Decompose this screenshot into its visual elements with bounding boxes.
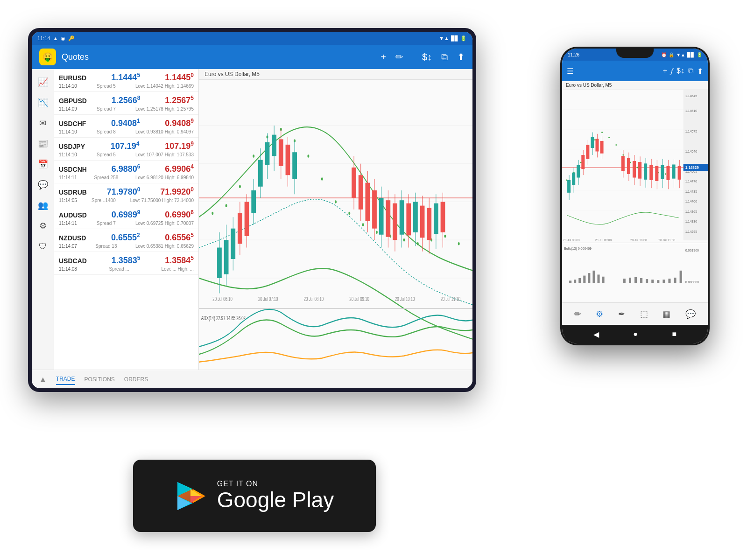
phone-copy-icon[interactable]: ⧉ [688, 67, 693, 75]
phone-chat-icon[interactable]: 💬 [685, 309, 696, 319]
svg-point-15 [321, 177, 323, 181]
quote-item[interactable]: USDCNH 6.98806 6.99064 11:14:11 Spread 2… [54, 161, 198, 183]
quote-lowhigh: Low: 1.25178 High: 1.25795 [135, 106, 194, 112]
app-logo: 🤑 [39, 49, 56, 65]
phone-grid-icon[interactable]: ▦ [662, 309, 670, 319]
sidebar-item-chart[interactable]: 📈 [34, 73, 52, 91]
svg-rect-73 [427, 208, 431, 240]
tab-trade[interactable]: TRADE [56, 374, 75, 385]
quote-time: 11:14:10 [59, 152, 77, 157]
sidebar-item-news[interactable]: 📰 [34, 134, 52, 153]
quote-spread: Spread ... [109, 266, 129, 272]
svg-rect-165 [569, 280, 571, 283]
svg-text:1.14295: 1.14295 [685, 230, 697, 234]
svg-text:20 Jul 06:10: 20 Jul 06:10 [212, 295, 233, 302]
nav-actions: + ✏ $↕ ⧉ ⬆ [381, 51, 465, 63]
quote-symbol: NZDUSD [59, 234, 86, 242]
phone-lock-icon: 🔒 [669, 52, 674, 57]
quote-bid: 1.25668 [112, 95, 141, 105]
phone-home-btn[interactable]: ● [633, 330, 638, 338]
quote-time: 11:14:11 [59, 221, 77, 226]
svg-text:1.14435: 1.14435 [685, 189, 697, 194]
svg-point-14 [307, 154, 309, 158]
phone-notch [616, 47, 654, 58]
phone-menu-icon[interactable]: ☰ [567, 67, 573, 76]
quote-spread: Spread 7 [97, 106, 116, 112]
svg-rect-39 [258, 160, 263, 187]
svg-text:0.000000: 0.000000 [685, 280, 699, 284]
quote-item[interactable]: NZDUSD 0.65552 0.65565 11:14:07 Spread 1… [54, 229, 198, 252]
status-time: 11:14 [37, 35, 50, 41]
quote-bid: 6.98806 [112, 163, 141, 174]
phone-indicator-icon[interactable]: ⚙ [596, 309, 603, 319]
quote-item[interactable]: USDCHF 0.94081 0.94089 11:14:10 Spread 8… [54, 115, 198, 138]
copy-icon[interactable]: ⧉ [441, 52, 448, 63]
quote-spread: Spread 5 [97, 84, 116, 89]
phone-back-btn[interactable]: ◀ [593, 330, 599, 339]
quote-lowhigh: Low: 0.93810 High: 0.94097 [135, 129, 194, 134]
svg-rect-71 [420, 206, 425, 238]
quote-item[interactable]: USDJPY 107.194 107.199 11:14:10 Spread 5… [54, 138, 198, 161]
add-icon[interactable]: + [381, 52, 386, 63]
chart-title: Euro vs US Dollar, M5 [199, 69, 472, 80]
quote-item[interactable]: AUDUSD 0.69899 0.69906 11:14:11 Spread 7… [54, 206, 198, 229]
phone-dollar-icon[interactable]: $↕ [677, 67, 684, 75]
svg-rect-47 [286, 145, 290, 175]
svg-point-18 [362, 223, 364, 226]
svg-rect-67 [406, 203, 411, 236]
quote-item[interactable]: GBPUSD 1.25668 1.25675 11:14:09 Spread 7… [54, 92, 198, 115]
svg-rect-179 [657, 280, 659, 283]
edit-icon[interactable]: ✏ [395, 51, 403, 63]
google-play-badge[interactable]: GET IT ON Google Play [133, 460, 376, 532]
sidebar-item-users[interactable]: 👥 [34, 196, 52, 215]
svg-rect-31 [231, 229, 235, 259]
bottom-bar: ▲ TRADE POSITIONS ORDERS [32, 370, 472, 388]
svg-rect-162 [678, 166, 681, 180]
phone-pen-icon[interactable]: ✒ [618, 309, 625, 319]
svg-rect-166 [574, 280, 576, 283]
battery-icon: 🔋 [460, 35, 467, 42]
quote-time: 11:14:10 [59, 84, 77, 89]
phone-chart-area: Euro vs US Dollar, M5 1.14645 1.14610 [562, 81, 708, 302]
phone-draw-icon[interactable]: ✏ [574, 309, 581, 319]
phone-export-icon[interactable]: ⬆ [697, 67, 703, 76]
export-icon[interactable]: ⬆ [457, 51, 465, 63]
phone-func-icon[interactable]: 𝑓 [671, 67, 673, 75]
sidebar-item-mail[interactable]: ✉ [34, 114, 52, 133]
sidebar-item-trending[interactable]: 📉 [34, 93, 52, 112]
quote-item[interactable]: USDRUB 71.97800 71.99200 11:14:05 Spre..… [54, 183, 198, 206]
tab-positions[interactable]: POSITIONS [85, 374, 115, 385]
phone-wifi-icon: ▼▲ [676, 52, 685, 57]
quote-item[interactable]: EURUSD 1.14445 1.14450 11:14:10 Spread 5… [54, 69, 198, 92]
quote-spread: Spre...1400 [92, 198, 116, 203]
main-chart-svg: 20 Jul 06:10 20 Jul 07:10 20 Jul 08:10 2… [199, 80, 472, 370]
svg-rect-183 [680, 271, 682, 283]
dollar-icon[interactable]: $↕ [422, 52, 432, 63]
svg-text:1.14330: 1.14330 [685, 219, 697, 224]
tab-orders[interactable]: ORDERS [124, 374, 148, 385]
svg-text:20 Jul 10:00: 20 Jul 10:00 [630, 238, 647, 242]
quote-symbol: USDRUB [59, 189, 87, 196]
quote-time: 11:14:07 [59, 244, 77, 249]
quote-ask: 0.65565 [165, 232, 194, 243]
quote-symbol: EURUSD [59, 74, 86, 82]
svg-text:ADX(14) 22.97  14.65  26.02: ADX(14) 22.97 14.65 26.02 [201, 315, 246, 322]
svg-rect-180 [662, 280, 665, 283]
svg-point-122 [665, 173, 666, 175]
svg-rect-150 [644, 163, 647, 179]
svg-text:1.14540: 1.14540 [685, 149, 697, 153]
sidebar-item-calendar[interactable]: 📅 [34, 155, 52, 174]
quotes-list[interactable]: EURUSD 1.14445 1.14450 11:14:10 Spread 5… [54, 69, 199, 370]
phone-recent-btn[interactable]: ■ [672, 330, 677, 338]
sidebar-item-settings[interactable]: ⚙ [34, 217, 52, 235]
quote-symbol: USDCNH [59, 166, 87, 173]
phone-snapshot-icon[interactable]: ⬚ [640, 309, 648, 319]
svg-point-16 [335, 200, 337, 203]
status-icon-key: 🔑 [68, 35, 75, 42]
svg-rect-142 [621, 156, 625, 171]
quote-item[interactable]: USDCAD 1.35835 1.35845 11:14:08 Spread .… [54, 252, 198, 275]
sidebar-item-chat[interactable]: 💬 [34, 175, 52, 194]
phone-add-icon[interactable]: + [663, 67, 667, 75]
sidebar-item-admin[interactable]: 🛡 [34, 237, 52, 256]
svg-rect-154 [655, 166, 658, 181]
